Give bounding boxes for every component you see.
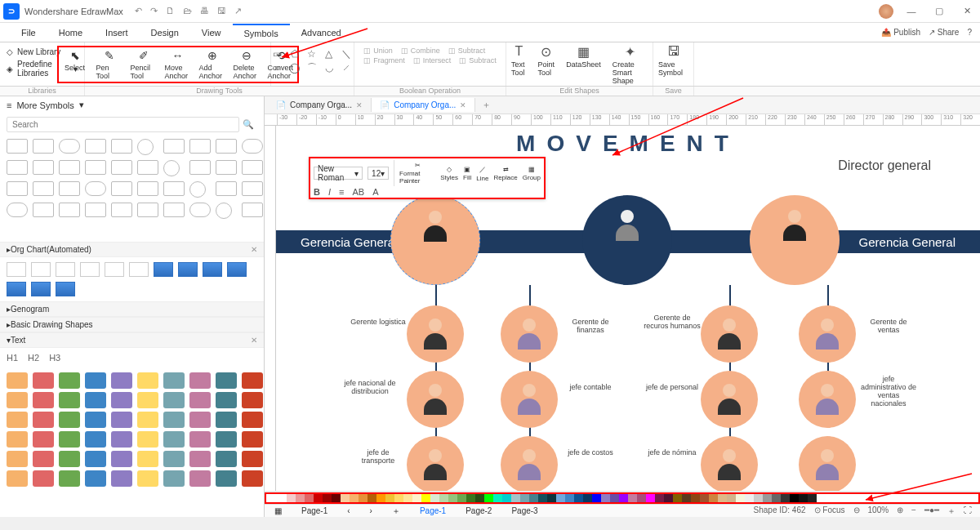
- text-symbol-thumb[interactable]: [137, 451, 158, 467]
- subtract-button[interactable]: ◫ Subtract: [448, 47, 486, 55]
- union-button[interactable]: ◫ Union: [363, 47, 393, 55]
- shape-thumb[interactable]: [163, 139, 185, 154]
- shape-thumb[interactable]: [189, 181, 206, 198]
- datasheet-button[interactable]: ▦DataSheet: [566, 44, 601, 85]
- color-swatch[interactable]: [574, 494, 583, 502]
- save-icon[interactable]: 🖫: [217, 6, 226, 16]
- font-size-select[interactable]: 12 ▾: [368, 167, 389, 180]
- color-swatch[interactable]: [511, 494, 520, 502]
- close-icon[interactable]: ✕: [251, 245, 257, 254]
- text-symbol-thumb[interactable]: [137, 392, 158, 408]
- color-swatch[interactable]: [655, 494, 664, 502]
- color-swatch[interactable]: [520, 494, 529, 502]
- text-symbol-thumb[interactable]: [163, 372, 185, 389]
- text-symbol-thumb[interactable]: [85, 412, 106, 428]
- shape-triangle-icon[interactable]: △: [323, 48, 335, 60]
- undo-icon[interactable]: ↶: [135, 6, 142, 16]
- zoom-slider[interactable]: ━●━: [924, 506, 939, 517]
- page-tab[interactable]: Page-2: [456, 506, 501, 515]
- color-swatch[interactable]: [790, 494, 799, 502]
- color-swatch[interactable]: [547, 494, 556, 502]
- shape-thumb[interactable]: [85, 203, 106, 217]
- person-node[interactable]: [701, 371, 758, 428]
- shape-pentagon-icon[interactable]: ⬠: [289, 48, 301, 60]
- styles-button[interactable]: ◇Styles: [440, 166, 458, 181]
- floating-format-toolbar[interactable]: New Roman ▾ 12 ▾ ✂Format Painter ◇Styles…: [309, 157, 546, 199]
- color-swatch[interactable]: [628, 494, 637, 502]
- publish-button[interactable]: 📤 Publish: [881, 28, 920, 37]
- italic-button[interactable]: I: [328, 187, 331, 197]
- color-swatch[interactable]: [754, 494, 763, 502]
- org-thumb[interactable]: [31, 282, 51, 296]
- text-symbol-thumb[interactable]: [111, 451, 132, 467]
- color-swatch[interactable]: [772, 494, 781, 502]
- color-swatch[interactable]: [493, 494, 502, 502]
- color-swatch[interactable]: [368, 494, 376, 502]
- fill-button[interactable]: ▣Fill: [463, 166, 471, 181]
- color-swatch[interactable]: [583, 494, 592, 502]
- share-button[interactable]: ↗ Share: [929, 28, 959, 37]
- org-thumb[interactable]: [178, 262, 198, 277]
- text-symbol-thumb[interactable]: [111, 412, 132, 428]
- color-swatch[interactable]: [466, 494, 475, 502]
- top-node-center[interactable]: [582, 195, 672, 285]
- help-icon[interactable]: ?: [967, 28, 972, 37]
- fragment-button[interactable]: ◫ Fragment: [363, 56, 405, 65]
- text-symbol-thumb[interactable]: [85, 372, 106, 389]
- shape-thumb[interactable]: [242, 181, 263, 196]
- org-thumb[interactable]: [227, 262, 247, 277]
- shape-thumb[interactable]: [137, 160, 158, 175]
- color-swatch[interactable]: [421, 494, 430, 502]
- shape-thumb[interactable]: [111, 181, 132, 196]
- font-color-button[interactable]: A: [372, 187, 378, 197]
- shape-thumb[interactable]: [111, 160, 132, 175]
- color-swatch[interactable]: [278, 494, 287, 502]
- text-symbol-thumb[interactable]: [163, 392, 185, 408]
- shape-thumb[interactable]: [216, 203, 232, 219]
- text-symbol-thumb[interactable]: [242, 451, 263, 467]
- org-thumb[interactable]: [7, 282, 26, 296]
- color-swatch[interactable]: [781, 494, 790, 502]
- combine-button[interactable]: ◫ Combine: [401, 47, 440, 55]
- org-thumb[interactable]: [129, 262, 149, 277]
- color-swatch[interactable]: [376, 494, 385, 502]
- color-swatch[interactable]: [484, 494, 493, 502]
- intersect-button[interactable]: ◫ Intersect: [413, 56, 452, 65]
- shape-thumb[interactable]: [189, 203, 211, 217]
- color-swatch[interactable]: [709, 494, 718, 502]
- text-symbol-thumb[interactable]: [59, 412, 80, 428]
- color-swatch[interactable]: [314, 494, 323, 502]
- color-swatch[interactable]: [700, 494, 709, 502]
- redo-icon[interactable]: ↷: [150, 6, 158, 16]
- shape-thumb[interactable]: [242, 160, 263, 175]
- text-symbol-thumb[interactable]: [33, 431, 54, 448]
- person-node[interactable]: [799, 371, 856, 428]
- close-icon[interactable]: ✕: [251, 336, 257, 345]
- color-swatch[interactable]: [475, 494, 484, 502]
- color-swatch[interactable]: [565, 494, 574, 502]
- text-symbol-thumb[interactable]: [111, 372, 132, 389]
- shape-ellipse-icon[interactable]: ◯: [289, 62, 301, 73]
- section-genogram[interactable]: ▸ Genogram: [0, 301, 264, 317]
- person-node[interactable]: [799, 305, 856, 363]
- text-symbol-thumb[interactable]: [163, 412, 185, 428]
- color-swatch[interactable]: [332, 494, 341, 502]
- search-input[interactable]: [7, 117, 239, 132]
- color-swatch[interactable]: [799, 494, 808, 502]
- person-node[interactable]: [799, 436, 856, 491]
- text-symbol-thumb[interactable]: [137, 470, 158, 487]
- symbols-panel-header[interactable]: ≡ More Symbols ▾: [0, 96, 264, 114]
- bold-button[interactable]: B: [314, 187, 320, 197]
- text-symbol-thumb[interactable]: [85, 431, 106, 448]
- next-page-button[interactable]: ›: [360, 506, 382, 515]
- text-symbol-thumb[interactable]: [7, 392, 28, 408]
- subtract2-button[interactable]: ◫ Subtract: [459, 56, 497, 65]
- zoom-out-button[interactable]: ⊖: [853, 506, 860, 517]
- color-swatch[interactable]: [350, 494, 359, 502]
- export-icon[interactable]: ↗: [234, 6, 242, 16]
- person-node[interactable]: [701, 305, 758, 363]
- org-thumb[interactable]: [7, 262, 26, 277]
- minimize-button[interactable]: —: [902, 7, 921, 16]
- color-swatch[interactable]: [385, 494, 394, 502]
- text-symbol-thumb[interactable]: [189, 372, 211, 389]
